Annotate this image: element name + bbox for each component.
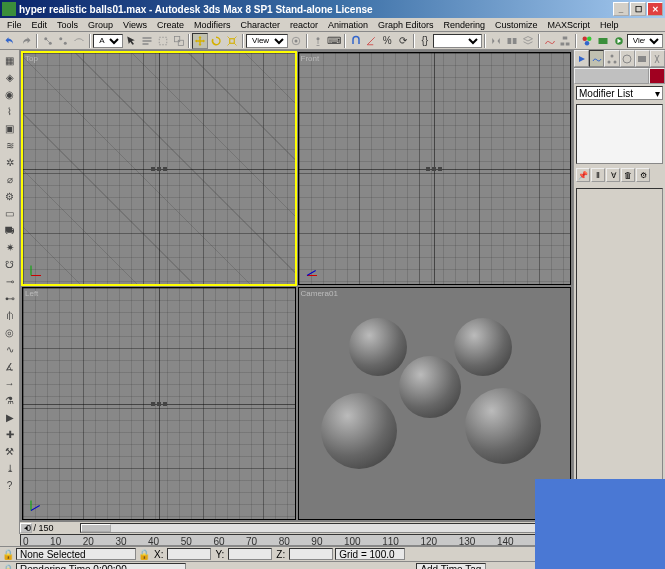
- reactor-ragdoll-icon[interactable]: ☋: [2, 256, 18, 272]
- reactor-softbody-icon[interactable]: ◉: [2, 86, 18, 102]
- maximize-button[interactable]: ☐: [630, 2, 646, 16]
- reactor-about-icon[interactable]: ?: [2, 477, 18, 493]
- reactor-preview-icon[interactable]: ▶: [2, 409, 18, 425]
- reactor-toycar-icon[interactable]: ⛟: [2, 222, 18, 238]
- prompt-lock-icon[interactable]: 🔒: [2, 563, 14, 569]
- select-scale-button[interactable]: [224, 33, 240, 49]
- reactor-create-icon[interactable]: ✚: [2, 426, 18, 442]
- viewport-front[interactable]: Front: [298, 52, 572, 285]
- select-by-name-button[interactable]: [139, 33, 155, 49]
- quick-render-button[interactable]: [611, 33, 627, 49]
- bind-spacewarp-button[interactable]: [71, 33, 87, 49]
- show-end-result-button[interactable]: Ⅱ: [591, 168, 605, 182]
- timeslider-thumb[interactable]: [81, 524, 111, 532]
- menu-maxscript[interactable]: MAXScript: [543, 20, 596, 30]
- pivot-button[interactable]: [288, 33, 304, 49]
- reactor-analyze-icon[interactable]: ⚗: [2, 392, 18, 408]
- reactor-hinge-icon[interactable]: ⊸: [2, 273, 18, 289]
- viewport-camera[interactable]: Camera01: [298, 287, 572, 520]
- make-unique-button[interactable]: ∀: [606, 168, 620, 182]
- select-rotate-button[interactable]: [208, 33, 224, 49]
- viewport-top[interactable]: Top: [22, 52, 296, 285]
- reactor-pointpath-icon[interactable]: ∿: [2, 341, 18, 357]
- menu-create[interactable]: Create: [152, 20, 189, 30]
- reactor-export-icon[interactable]: ⤓: [2, 460, 18, 476]
- select-object-button[interactable]: [123, 33, 139, 49]
- menu-help[interactable]: Help: [595, 20, 624, 30]
- window-crossing-button[interactable]: [171, 33, 187, 49]
- y-field[interactable]: [228, 548, 272, 560]
- layers-button[interactable]: [520, 33, 536, 49]
- undo-button[interactable]: [2, 33, 18, 49]
- angle-snap-button[interactable]: [363, 33, 379, 49]
- reactor-wind-icon[interactable]: ✲: [2, 154, 18, 170]
- reactor-defmesh-icon[interactable]: ▣: [2, 120, 18, 136]
- menu-animation[interactable]: Animation: [323, 20, 373, 30]
- reactor-linear-icon[interactable]: →: [2, 375, 18, 391]
- menu-views[interactable]: Views: [118, 20, 152, 30]
- reactor-pointpoint-icon[interactable]: ⊷: [2, 290, 18, 306]
- render-scene-button[interactable]: [595, 33, 611, 49]
- color-picker-button[interactable]: [649, 68, 666, 84]
- minimize-button[interactable]: _: [613, 2, 629, 16]
- z-field[interactable]: [289, 548, 333, 560]
- menu-reactor[interactable]: reactor: [285, 20, 323, 30]
- reactor-utils-icon[interactable]: ⚒: [2, 443, 18, 459]
- x-field[interactable]: [167, 548, 211, 560]
- close-button[interactable]: ✕: [647, 2, 663, 16]
- reactor-water-icon[interactable]: ≋: [2, 137, 18, 153]
- spinner-snap-button[interactable]: ⟳: [395, 33, 411, 49]
- menu-group[interactable]: Group: [83, 20, 118, 30]
- select-move-button[interactable]: [192, 33, 208, 49]
- material-editor-button[interactable]: [579, 33, 595, 49]
- configure-sets-button[interactable]: ⚙: [636, 168, 650, 182]
- menu-modifiers[interactable]: Modifiers: [189, 20, 236, 30]
- schematic-view-button[interactable]: [558, 33, 574, 49]
- hierarchy-tab[interactable]: [604, 50, 619, 67]
- selection-filter-dropdown[interactable]: All: [93, 34, 123, 48]
- menu-grapheditors[interactable]: Graph Editors: [373, 20, 439, 30]
- modifier-stack[interactable]: [576, 104, 663, 164]
- reactor-angular-icon[interactable]: ∡: [2, 358, 18, 374]
- remove-modifier-button[interactable]: 🗑: [621, 168, 635, 182]
- transform-lock-icon[interactable]: 🔒: [138, 548, 150, 560]
- menu-edit[interactable]: Edit: [27, 20, 53, 30]
- reactor-motor-icon[interactable]: ⚙: [2, 188, 18, 204]
- menu-customize[interactable]: Customize: [490, 20, 543, 30]
- unlink-button[interactable]: [55, 33, 71, 49]
- reactor-fracture-icon[interactable]: ✷: [2, 239, 18, 255]
- mirror-button[interactable]: [488, 33, 504, 49]
- manipulate-button[interactable]: [310, 33, 326, 49]
- pin-stack-button[interactable]: 📌: [576, 168, 590, 182]
- motion-tab[interactable]: [620, 50, 635, 67]
- named-selset-button[interactable]: {}: [417, 33, 433, 49]
- modify-tab[interactable]: [589, 50, 604, 67]
- reactor-rope-icon[interactable]: ⌇: [2, 103, 18, 119]
- menu-file[interactable]: File: [2, 20, 27, 30]
- modifier-list-dropdown[interactable]: Modifier List ▾: [576, 86, 663, 100]
- reactor-spring-icon[interactable]: ⌀: [2, 171, 18, 187]
- viewport-left[interactable]: Left: [22, 287, 296, 520]
- percent-snap-button[interactable]: %: [379, 33, 395, 49]
- snap-toggle-button[interactable]: [348, 33, 364, 49]
- reactor-plane-icon[interactable]: ▭: [2, 205, 18, 221]
- object-color-swatch[interactable]: [574, 68, 649, 84]
- link-button[interactable]: [40, 33, 56, 49]
- add-time-tag-button[interactable]: Add Time Tag: [416, 563, 486, 569]
- display-tab[interactable]: [635, 50, 650, 67]
- align-button[interactable]: [504, 33, 520, 49]
- reactor-carwheel-icon[interactable]: ◎: [2, 324, 18, 340]
- ref-coord-dropdown[interactable]: View: [246, 34, 288, 48]
- keyboard-shortcut-button[interactable]: ⌨: [326, 33, 342, 49]
- render-preset-dropdown[interactable]: View: [627, 34, 663, 48]
- curve-editor-button[interactable]: [542, 33, 558, 49]
- reactor-prismatic-icon[interactable]: ⫛: [2, 307, 18, 323]
- selection-lock-icon[interactable]: 🔒: [2, 548, 14, 560]
- utilities-tab[interactable]: [650, 50, 665, 67]
- reactor-cloth-icon[interactable]: ◈: [2, 69, 18, 85]
- named-selset-dropdown[interactable]: [433, 34, 482, 48]
- create-tab[interactable]: [574, 50, 589, 67]
- select-region-button[interactable]: [155, 33, 171, 49]
- timeslider-track[interactable]: [80, 523, 559, 533]
- menu-character[interactable]: Character: [235, 20, 285, 30]
